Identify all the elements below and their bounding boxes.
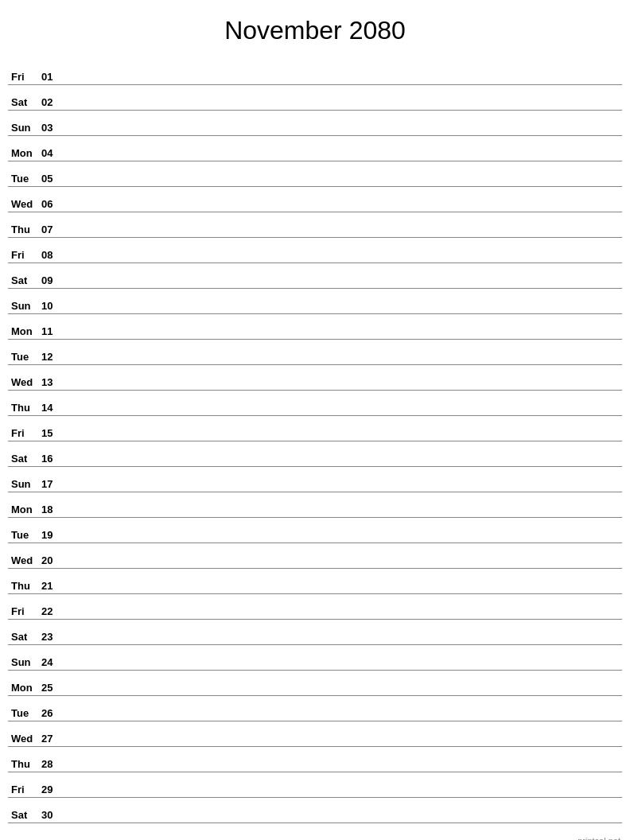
date-number: 15 bbox=[41, 427, 60, 439]
date-number: 22 bbox=[41, 605, 60, 617]
table-row: Wed20 bbox=[8, 543, 622, 569]
day-of-week-label: Fri bbox=[11, 784, 40, 795]
table-row: Sat23 bbox=[8, 620, 622, 645]
date-number: 05 bbox=[41, 173, 60, 185]
table-row: Wed27 bbox=[8, 721, 622, 747]
table-row: Sat02 bbox=[8, 85, 622, 111]
day-of-week-label: Tue bbox=[11, 707, 40, 719]
day-of-week-label: Tue bbox=[11, 351, 40, 363]
calendar-page: November 2080 Fri01Sat02Sun03Mon04Tue05W… bbox=[0, 0, 630, 840]
day-of-week-label: Wed bbox=[11, 198, 40, 210]
table-row: Mon18 bbox=[8, 492, 622, 518]
day-of-week-label: Wed bbox=[11, 376, 40, 388]
table-row: Mon11 bbox=[8, 314, 622, 340]
day-of-week-label: Fri bbox=[11, 71, 40, 83]
date-number: 21 bbox=[41, 580, 60, 592]
day-of-week-label: Sun bbox=[11, 478, 40, 490]
day-of-week-label: Sat bbox=[11, 96, 40, 108]
date-number: 04 bbox=[41, 147, 60, 159]
date-number: 18 bbox=[41, 504, 60, 515]
day-of-week-label: Thu bbox=[11, 580, 40, 592]
table-row: Thu07 bbox=[8, 212, 622, 238]
day-of-week-label: Sun bbox=[11, 122, 40, 134]
date-number: 29 bbox=[41, 784, 60, 795]
date-number: 02 bbox=[41, 96, 60, 108]
table-row: Thu28 bbox=[8, 747, 622, 772]
table-row: Tue26 bbox=[8, 696, 622, 721]
date-number: 12 bbox=[41, 351, 60, 363]
table-row: Fri08 bbox=[8, 238, 622, 263]
date-number: 16 bbox=[41, 453, 60, 465]
table-row: Fri01 bbox=[8, 60, 622, 85]
watermark: printcal.net bbox=[578, 836, 620, 840]
date-number: 30 bbox=[41, 809, 60, 821]
date-number: 27 bbox=[41, 733, 60, 745]
date-number: 10 bbox=[41, 300, 60, 312]
day-of-week-label: Thu bbox=[11, 758, 40, 770]
table-row: Mon04 bbox=[8, 136, 622, 161]
date-number: 20 bbox=[41, 554, 60, 566]
date-number: 25 bbox=[41, 682, 60, 694]
date-number: 07 bbox=[41, 224, 60, 235]
date-number: 06 bbox=[41, 198, 60, 210]
table-row: Fri22 bbox=[8, 594, 622, 620]
day-of-week-label: Wed bbox=[11, 733, 40, 745]
day-of-week-label: Fri bbox=[11, 605, 40, 617]
date-number: 09 bbox=[41, 274, 60, 286]
table-row: Sun10 bbox=[8, 289, 622, 314]
day-of-week-label: Fri bbox=[11, 427, 40, 439]
day-of-week-label: Sat bbox=[11, 453, 40, 465]
table-row: Fri15 bbox=[8, 416, 622, 441]
day-of-week-label: Wed bbox=[11, 554, 40, 566]
date-number: 01 bbox=[41, 71, 60, 83]
calendar-rows: Fri01Sat02Sun03Mon04Tue05Wed06Thu07Fri08… bbox=[8, 60, 622, 823]
table-row: Fri29 bbox=[8, 772, 622, 798]
table-row: Wed06 bbox=[8, 187, 622, 212]
day-of-week-label: Mon bbox=[11, 325, 40, 337]
calendar-title: November 2080 bbox=[8, 16, 622, 45]
day-of-week-label: Mon bbox=[11, 504, 40, 515]
day-of-week-label: Sun bbox=[11, 656, 40, 668]
date-number: 19 bbox=[41, 529, 60, 541]
table-row: Sun03 bbox=[8, 111, 622, 136]
day-of-week-label: Mon bbox=[11, 147, 40, 159]
date-number: 14 bbox=[41, 402, 60, 414]
day-of-week-label: Sat bbox=[11, 274, 40, 286]
table-row: Tue12 bbox=[8, 340, 622, 365]
table-row: Sat30 bbox=[8, 798, 622, 823]
day-of-week-label: Thu bbox=[11, 402, 40, 414]
date-number: 08 bbox=[41, 249, 60, 261]
day-of-week-label: Thu bbox=[11, 224, 40, 235]
day-of-week-label: Fri bbox=[11, 249, 40, 261]
day-of-week-label: Tue bbox=[11, 529, 40, 541]
date-number: 11 bbox=[41, 325, 60, 337]
table-row: Sat16 bbox=[8, 441, 622, 467]
date-number: 28 bbox=[41, 758, 60, 770]
table-row: Sat09 bbox=[8, 263, 622, 289]
day-of-week-label: Sun bbox=[11, 300, 40, 312]
table-row: Sun24 bbox=[8, 645, 622, 671]
table-row: Thu21 bbox=[8, 569, 622, 594]
day-of-week-label: Sat bbox=[11, 631, 40, 643]
table-row: Tue19 bbox=[8, 518, 622, 543]
table-row: Wed13 bbox=[8, 365, 622, 391]
day-of-week-label: Tue bbox=[11, 173, 40, 185]
date-number: 26 bbox=[41, 707, 60, 719]
date-number: 17 bbox=[41, 478, 60, 490]
date-number: 24 bbox=[41, 656, 60, 668]
table-row: Sun17 bbox=[8, 467, 622, 492]
table-row: Mon25 bbox=[8, 671, 622, 696]
date-number: 13 bbox=[41, 376, 60, 388]
date-number: 23 bbox=[41, 631, 60, 643]
table-row: Thu14 bbox=[8, 391, 622, 416]
date-number: 03 bbox=[41, 122, 60, 134]
day-of-week-label: Sat bbox=[11, 809, 40, 821]
day-of-week-label: Mon bbox=[11, 682, 40, 694]
table-row: Tue05 bbox=[8, 161, 622, 187]
